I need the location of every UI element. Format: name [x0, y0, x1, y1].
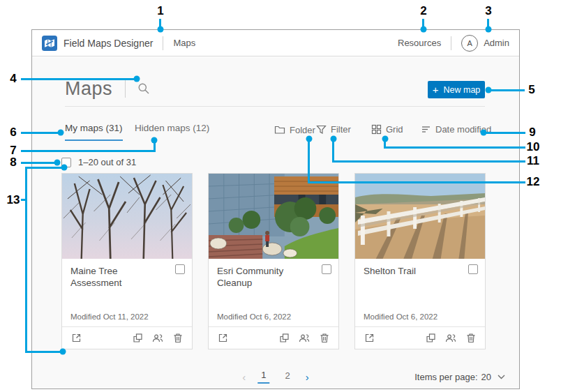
share-group-button[interactable]	[297, 331, 311, 345]
filter-control[interactable]: Filter	[316, 124, 351, 135]
account-menu[interactable]: A Admin	[461, 35, 509, 52]
title-rule	[65, 106, 485, 107]
card-checkbox[interactable]	[175, 264, 185, 274]
delete-button[interactable]	[171, 331, 185, 345]
folder-icon	[274, 124, 285, 135]
card-body: Esri Community Cleanup Modified Oct 6, 2…	[209, 259, 338, 326]
callout-number-9: 9	[529, 126, 535, 140]
next-page-button[interactable]: ›	[306, 371, 309, 383]
share-group-button[interactable]	[151, 331, 165, 345]
map-thumbnail-winter-trees[interactable]	[62, 174, 192, 259]
modified-date: Modified Oct 6, 2022	[217, 312, 291, 321]
callout-number-1: 1	[157, 4, 163, 18]
field-maps-logo-icon	[42, 36, 57, 51]
tabs-toolbar-row: My maps (31) Hidden maps (12) Folder Fil…	[32, 119, 519, 144]
tab-hidden-maps[interactable]: Hidden maps (12)	[135, 123, 209, 140]
duplicate-icon	[426, 333, 436, 343]
sort-control[interactable]: Date modified	[421, 124, 491, 135]
grid-control[interactable]: Grid	[371, 124, 403, 135]
callout-number-11: 11	[527, 154, 539, 168]
group-icon	[445, 333, 456, 343]
modified-date: Modified Oct 6, 2022	[364, 312, 437, 321]
map-title[interactable]: Esri Community Cleanup	[217, 266, 330, 289]
pagination: ‹ 1 2 ›	[242, 370, 308, 384]
new-map-label: New map	[443, 85, 480, 95]
items-per-page-value: 20	[481, 372, 491, 382]
header-divider-2	[451, 36, 451, 50]
map-title[interactable]: Maine Tree Assessment	[70, 266, 184, 289]
card-actions	[62, 326, 192, 349]
prev-page-button[interactable]: ‹	[242, 371, 246, 383]
page-1-button[interactable]: 1	[257, 370, 269, 384]
folder-control[interactable]: Folder	[274, 124, 315, 135]
avatar[interactable]: A	[461, 35, 478, 52]
card-checkbox[interactable]	[322, 264, 331, 274]
callout-number-4: 4	[10, 72, 16, 86]
sort-label: Date modified	[435, 124, 491, 135]
tab-my-maps[interactable]: My maps (31)	[65, 123, 123, 141]
open-map-button[interactable]	[216, 331, 230, 345]
search-icon	[137, 82, 150, 95]
folder-label: Folder	[290, 125, 315, 135]
select-all-checkbox[interactable]	[61, 158, 71, 167]
duplicate-icon	[133, 333, 143, 343]
map-thumbnail-campus[interactable]	[209, 174, 338, 259]
launch-icon	[218, 333, 228, 343]
selection-count-label: 1–20 out of 31	[78, 157, 136, 167]
nav-maps[interactable]: Maps	[173, 38, 195, 48]
grid-icon	[371, 124, 382, 135]
callout-number-3: 3	[485, 4, 491, 18]
launch-icon	[364, 333, 375, 343]
card-checkbox[interactable]	[468, 264, 478, 274]
launch-icon	[71, 333, 82, 343]
items-per-page-select[interactable]: Items per page: 20	[414, 372, 505, 382]
callout-number-7: 7	[10, 144, 16, 158]
sort-icon	[421, 124, 431, 135]
card-actions	[209, 326, 338, 349]
nav-resources[interactable]: Resources	[398, 38, 441, 48]
page-title-row: Maps + New map	[65, 73, 519, 105]
delete-button[interactable]	[317, 331, 331, 345]
card-body: Maine Tree Assessment Modified Oct 11, 2…	[62, 259, 192, 326]
map-card-grid: Maine Tree Assessment Modified Oct 11, 2…	[61, 173, 486, 349]
map-card[interactable]: Shelton Trail Modified Oct 6, 2022	[354, 173, 486, 349]
callout-number-8: 8	[10, 156, 16, 169]
modified-date: Modified Oct 11, 2022	[70, 312, 149, 321]
callout-number-2: 2	[420, 4, 426, 18]
open-map-button[interactable]	[362, 331, 376, 345]
map-card[interactable]: Maine Tree Assessment Modified Oct 11, 2…	[61, 173, 193, 349]
annotated-screenshot: Field Maps Designer Maps Resources A Adm…	[0, 0, 561, 392]
callout-line-13	[21, 199, 27, 201]
share-group-button[interactable]	[444, 331, 458, 345]
group-icon	[299, 333, 310, 343]
username: Admin	[484, 38, 509, 48]
map-thumbnail-trail[interactable]	[355, 174, 485, 259]
plus-icon: +	[433, 84, 439, 95]
title-divider	[125, 80, 126, 98]
app-window: Field Maps Designer Maps Resources A Adm…	[31, 29, 520, 389]
callout-line-13b	[25, 167, 27, 353]
callout-number-12: 12	[527, 175, 540, 189]
trash-icon	[320, 333, 329, 343]
card-actions	[355, 326, 485, 349]
callout-number-10: 10	[527, 140, 540, 154]
new-map-button[interactable]: + New map	[428, 81, 485, 98]
delete-button[interactable]	[464, 331, 478, 345]
duplicate-icon	[279, 333, 290, 343]
duplicate-button[interactable]	[130, 331, 144, 345]
map-card[interactable]: Esri Community Cleanup Modified Oct 6, 2…	[208, 173, 339, 349]
card-body: Shelton Trail Modified Oct 6, 2022	[355, 259, 485, 326]
group-icon	[152, 333, 163, 343]
main-content: Maps + New map My maps (31) Hidden maps …	[32, 57, 519, 389]
open-map-button[interactable]	[69, 331, 83, 345]
trash-icon	[466, 333, 476, 343]
selection-bar: 1–20 out of 31	[61, 157, 136, 167]
duplicate-button[interactable]	[277, 331, 291, 345]
items-per-page-label: Items per page:	[414, 372, 477, 382]
map-title[interactable]: Shelton Trail	[364, 266, 477, 278]
app-header: Field Maps Designer Maps Resources A Adm…	[32, 30, 519, 56]
duplicate-button[interactable]	[424, 331, 437, 345]
search-button[interactable]	[137, 82, 151, 96]
header-divider	[163, 36, 163, 50]
page-2-button[interactable]: 2	[282, 370, 294, 383]
